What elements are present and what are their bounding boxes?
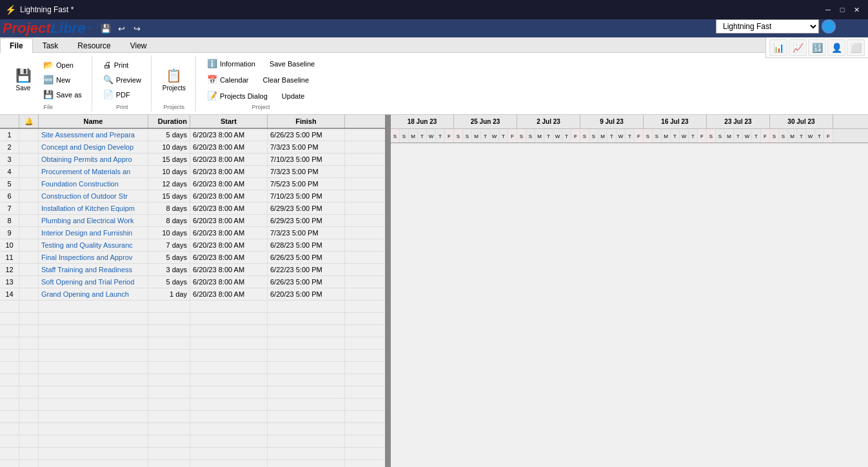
logo-libre: Libre [51, 20, 86, 37]
preview-icon: 🔍 [103, 75, 113, 84]
globe-icon[interactable]: 🌐 [822, 19, 836, 34]
row-start: 6/20/23 8:00 AM [190, 215, 268, 226]
print-button[interactable]: 🖨 Print [99, 58, 146, 72]
app-logo: ProjectLibre™ [3, 20, 91, 37]
row-icon [19, 239, 39, 251]
empty-start [190, 448, 268, 459]
table-row[interactable]: 1 Site Assessment and Prepara 5 days 6/2… [0, 129, 385, 141]
empty-name [39, 435, 148, 447]
table-row[interactable]: 11 Final Inspections and Approv 5 days 6… [0, 252, 385, 264]
table-row[interactable]: 7 Installation of Kitchen Equipm 8 days … [0, 203, 385, 215]
gantt-day-header: M [788, 129, 797, 143]
gantt-day-header: T [797, 129, 806, 143]
row-finish: 6/28/23 5:00 PM [268, 239, 345, 251]
empty-duration [148, 423, 190, 435]
print-icon: 🖨 [103, 60, 112, 70]
gantt-day-header: T [481, 129, 490, 143]
close-button[interactable]: ✕ [850, 3, 863, 16]
table-row[interactable]: 4 Procurement of Materials an 10 days 6/… [0, 166, 385, 178]
quickaccess-redo[interactable]: ↪ [130, 21, 144, 35]
gantt-week-header: 23 Jul 23 [707, 115, 770, 128]
table-row[interactable]: 5 Foundation Construction 12 days 6/20/2… [0, 178, 385, 190]
empty-duration [148, 435, 190, 447]
row-name: Installation of Kitchen Equipm [39, 203, 148, 214]
information-label: Information [220, 60, 255, 68]
table-row[interactable]: 13 Soft Opening and Trial Period 5 days … [0, 276, 385, 288]
quickaccess-undo[interactable]: ↩ [114, 21, 128, 35]
tab-task[interactable]: Task [33, 38, 68, 53]
table-body: 1 Site Assessment and Prepara 5 days 6/2… [0, 129, 385, 467]
gantt-chart-icon[interactable]: 📊 [769, 39, 787, 56]
tab-file[interactable]: File [0, 38, 33, 53]
calendar-button[interactable]: 📅 Calendar [202, 73, 253, 86]
projects-dialog-button[interactable]: 📝 Projects Dialog [202, 89, 272, 103]
row-name: Interior Design and Furnishin [39, 227, 148, 239]
gantt-day-header: S [716, 129, 725, 143]
row-name: Procurement of Materials an [39, 166, 148, 177]
resource-usage-icon[interactable]: 👤 [827, 39, 845, 56]
row-start: 6/20/23 8:00 AM [190, 227, 268, 239]
table-row[interactable]: 8 Plumbing and Electrical Work 8 days 6/… [0, 215, 385, 227]
row-duration: 15 days [148, 190, 190, 202]
minimize-button[interactable]: ─ [822, 3, 834, 16]
maximize-button[interactable]: □ [836, 3, 849, 16]
tab-view[interactable]: View [121, 38, 157, 53]
print-small-btns: 🖨 Print 🔍 Preview 📄 PDF [99, 58, 146, 101]
tab-resource[interactable]: Resource [68, 38, 120, 53]
gantt-day-header: S [463, 129, 472, 143]
empty-finish [268, 411, 345, 422]
gantt-day-header: S [517, 129, 526, 143]
row-num: 7 [0, 203, 19, 214]
empty-name [39, 313, 148, 324]
row-num: 12 [0, 264, 19, 275]
row-icon [19, 227, 39, 239]
update-button[interactable]: Update [277, 89, 309, 103]
table-row[interactable]: 10 Testing and Quality Assuranc 7 days 6… [0, 239, 385, 252]
wbs-icon[interactable]: 🔢 [808, 39, 826, 56]
table-row[interactable]: 12 Staff Training and Readiness 3 days 6… [0, 264, 385, 276]
empty-finish [268, 362, 345, 373]
open-button[interactable]: 📂 Open [39, 58, 86, 72]
row-start: 6/20/23 8:00 AM [190, 129, 268, 141]
gantt-day-header: T [626, 129, 635, 143]
row-num: 1 [0, 129, 19, 141]
information-button[interactable]: ℹ️ Information [202, 57, 260, 70]
row-icon [19, 141, 39, 153]
row-num: 4 [0, 166, 19, 177]
table-row[interactable]: 2 Concept and Design Develop 10 days 6/2… [0, 141, 385, 154]
table-row[interactable]: 9 Interior Design and Furnishin 10 days … [0, 227, 385, 239]
save-button[interactable]: 💾 Save [10, 65, 36, 94]
view-toolbar: 📊 📈 🔢 👤 ⬜ [765, 37, 868, 58]
new-button[interactable]: 🆕 New [39, 73, 86, 86]
quickaccess-save[interactable]: 💾 [99, 21, 113, 35]
row-icon [19, 215, 39, 226]
saveas-button[interactable]: 💾 Save as [39, 88, 86, 101]
projects-group-label: Projects [164, 103, 185, 110]
table-row[interactable]: 6 Construction of Outdoor Str 15 days 6/… [0, 190, 385, 203]
row-start: 6/20/23 8:00 AM [190, 264, 268, 275]
window-controls[interactable]: ─ □ ✕ [822, 3, 863, 16]
col-header-icon: 🔔 [19, 115, 39, 128]
project-btns: ℹ️ Information Save Baseline 📅 Calendar … [202, 57, 319, 103]
preview-button[interactable]: 🔍 Preview [99, 73, 146, 86]
empty-name [39, 337, 148, 349]
row-icon [19, 264, 39, 275]
empty-start [190, 435, 268, 447]
gantt-day-header: W [616, 129, 626, 143]
blank-icon[interactable]: ⬜ [847, 39, 865, 56]
table-row[interactable]: 14 Grand Opening and Launch 1 day 6/20/2… [0, 288, 385, 301]
projects-button[interactable]: 📋 Projects [158, 65, 190, 94]
table-row-empty [0, 460, 385, 467]
table-row[interactable]: 3 Obtaining Permits and Appro 15 days 6/… [0, 154, 385, 166]
empty-name [39, 399, 148, 410]
pdf-button[interactable]: 📄 PDF [99, 88, 146, 101]
clear-baseline-button[interactable]: Clear Baseline [259, 73, 314, 86]
empty-duration [148, 460, 190, 467]
gantt-day-header: F [698, 129, 707, 143]
save-baseline-button[interactable]: Save Baseline [265, 57, 319, 70]
tracking-gantt-icon[interactable]: 📈 [789, 39, 807, 56]
project-dropdown[interactable]: Lightning Fast [716, 19, 819, 34]
row-finish: 6/29/23 5:00 PM [268, 203, 345, 214]
row-name: Plumbing and Electrical Work [39, 215, 148, 226]
row-num: 5 [0, 178, 19, 190]
